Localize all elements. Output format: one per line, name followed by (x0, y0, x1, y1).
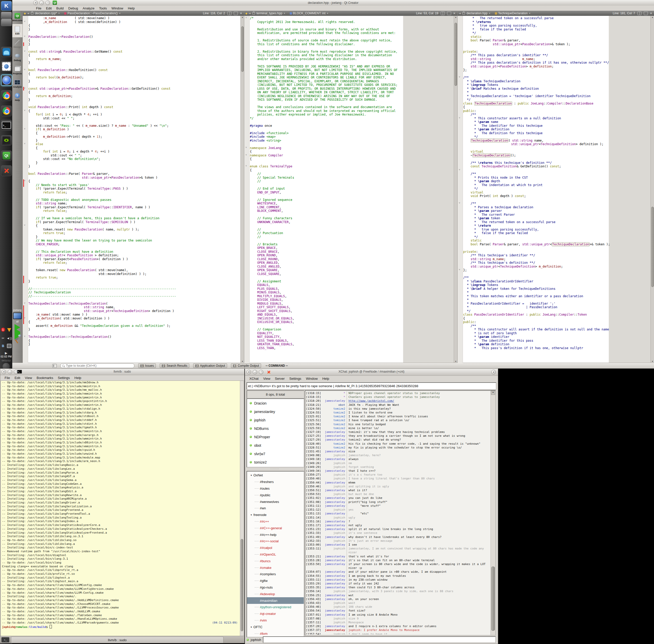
sidebar-toggle-button[interactable] (52, 364, 57, 368)
channel-item-oules[interactable]: #oules (247, 485, 304, 492)
channel-item-c++help[interactable]: ##c++-help (247, 531, 304, 538)
menu-edit[interactable]: Edit (12, 375, 22, 380)
menu-settings[interactable]: Settings (55, 375, 72, 380)
xchat-titlebar[interactable]: ✕ ⌄ ⌃ ✕ XChat: jophish @ FreeNode / #max… (245, 369, 498, 376)
menu-analyze[interactable]: Analyze (80, 6, 97, 10)
mode-welcome[interactable]: QtWelcome (12, 11, 22, 24)
pager-desktop-1[interactable] (1, 12, 12, 19)
wireshark-launcher[interactable] (1, 47, 12, 57)
scrollbar-thumb[interactable] (454, 23, 457, 86)
channel-item-maximilian[interactable]: #maximilian (247, 597, 304, 604)
output-pane-search-results[interactable]: 2Search Results (160, 363, 189, 368)
terminal-tab[interactable]: llvm/b : sudo (11, 637, 224, 643)
message-input[interactable] (263, 636, 496, 643)
close-split-icon[interactable]: ✕ (453, 12, 456, 15)
channel-item-c++social[interactable]: ##c++-social (247, 538, 304, 545)
open-file-dropdown[interactable]: declaration.cpp* (35, 12, 57, 15)
terminal-output[interactable]: -- Up-to-date: /usr/local/lib/clang/3.1/… (1, 381, 244, 636)
editor-scrollbar[interactable]: ▲▼ (454, 16, 458, 363)
scroll-up-icon[interactable]: ▲ (491, 391, 495, 395)
forward-icon[interactable]: ➜ (27, 12, 29, 15)
mode-debug[interactable]: Debug (12, 51, 22, 64)
target-monitor-icon[interactable] (13, 313, 22, 319)
locator-input[interactable] (65, 364, 133, 368)
scrollbar-thumb[interactable] (491, 567, 495, 631)
channel-item-gonuts[interactable]: #go-nuts (247, 584, 304, 591)
menu-help[interactable]: Help (320, 376, 332, 381)
channel-item-calpol[interactable]: ##calpol (247, 545, 304, 551)
menu-build[interactable]: Build (54, 6, 66, 10)
close-split-icon[interactable]: ✕ (240, 12, 242, 15)
user-list-item[interactable]: NDBurns (247, 424, 304, 433)
back-icon[interactable]: ◆ (24, 12, 26, 15)
channel-item-public[interactable]: #public (247, 492, 304, 498)
thunderbird-launcher[interactable] (1, 61, 12, 72)
user-list-item[interactable]: obot (247, 441, 304, 450)
input-device-icon[interactable] (7, 343, 11, 348)
splitter-handle[interactable]: ······· (247, 467, 303, 470)
menu-bookmarks[interactable]: Bookmarks (34, 375, 55, 380)
mode-help[interactable]: ?Help (12, 90, 22, 104)
channel-item-cmake[interactable]: #cmake (247, 564, 304, 571)
menu-file[interactable]: File (2, 375, 12, 380)
chat-area[interactable]: [1318:15]*NDProper gives channel operato… (305, 390, 496, 636)
channel-item-glfw[interactable]: #glfw (247, 578, 304, 584)
pane-button[interactable] (644, 12, 648, 15)
mode-edit[interactable]: Edit (12, 24, 22, 37)
forward-icon[interactable]: ➜ (248, 12, 251, 15)
qtcreator-titlebar[interactable]: ✕ ⌄ ⌃ Qt declaration.hpp - joelang - Qt … (12, 0, 654, 6)
symbol-dropdown[interactable]: TechniqueDeclaration (498, 12, 528, 15)
channel-item-freshers[interactable]: #freshers (247, 479, 304, 485)
split-icon[interactable] (637, 12, 641, 15)
locator[interactable] (60, 363, 134, 368)
network-item[interactable]: OFTC (247, 624, 304, 630)
open-file-dropdown[interactable]: declaration.hpp (466, 12, 487, 15)
own-nick[interactable]: jophish (251, 638, 261, 642)
network-item[interactable]: OxNet (247, 472, 304, 479)
menu-window[interactable]: Window (303, 376, 320, 381)
debug-run-button[interactable] (15, 332, 20, 336)
pane-button[interactable] (447, 12, 451, 15)
shield-icon[interactable] (7, 328, 11, 332)
user-list-item[interactable]: Dracion (247, 399, 304, 407)
channel-item-vim[interactable]: #vim (247, 617, 304, 624)
output-pane-application-output[interactable]: 3Application Output (193, 363, 227, 368)
symbol-dropdown[interactable]: BLOCK_COMMENT: int (293, 12, 325, 15)
mode-analyze[interactable]: Analyze (12, 77, 22, 90)
channel-item-OpenGL[interactable]: ##OpenGL (247, 551, 304, 558)
new-tab-button[interactable]: >_ (1, 637, 9, 642)
user-list[interactable]: DracionjamesstanleyjophishNDBurnsNDPrope… (247, 398, 304, 467)
konqueror-launcher[interactable] (1, 75, 12, 86)
menu-edit[interactable]: Edit (44, 6, 54, 10)
channel-item-C++general[interactable]: ##C++-general (247, 525, 304, 531)
fold-margin[interactable]: ˅˅˅˅˅ (458, 16, 463, 363)
channel-item-werewolves[interactable]: #werewolves (247, 498, 304, 505)
channel-item-kdevelop[interactable]: #kdevelop (247, 591, 304, 597)
kmenu-button[interactable]: K (1, 1, 12, 11)
pane-button[interactable] (234, 12, 238, 15)
output-pane-compile-output[interactable]: 4Compile Output (231, 363, 261, 368)
pager-desktop-2[interactable] (1, 19, 12, 26)
window-menu-icon[interactable]: ▾ (491, 370, 496, 374)
menu-help[interactable]: Help (72, 375, 84, 380)
chrome-launcher-2[interactable] (1, 106, 12, 116)
channel-item-pythonunregistered[interactable]: #python-unregistered (247, 604, 304, 611)
channel-item-c++[interactable]: ##c++ (247, 518, 304, 525)
fold-margin[interactable]: ˅˅˅˅ (244, 16, 250, 363)
xchat-launcher[interactable]: ✕ (1, 165, 12, 176)
scrollbar-thumb[interactable] (241, 539, 243, 631)
build-button[interactable] (14, 337, 21, 344)
scrollbar-thumb[interactable] (241, 26, 244, 72)
menu-xchat[interactable]: XChat (247, 376, 261, 381)
user-list-item[interactable]: NDProper (247, 433, 304, 441)
terminal-scrollbar[interactable] (240, 381, 244, 636)
back-icon[interactable]: ◆ (245, 12, 247, 15)
menu-view[interactable]: View (261, 376, 273, 381)
konsole-launcher[interactable]: >_ (1, 120, 12, 131)
konsole-titlebar[interactable]: ✕ ⌄ ⌃ >_ llvm/b : sudo (0, 369, 244, 375)
menu-window[interactable]: Window (109, 6, 125, 10)
split-icon[interactable] (227, 12, 231, 15)
channel-item-compilers[interactable]: #compilers (247, 571, 304, 578)
play-icon[interactable]: ▶ (4, 351, 8, 355)
menu-tools[interactable]: Tools (97, 6, 109, 10)
